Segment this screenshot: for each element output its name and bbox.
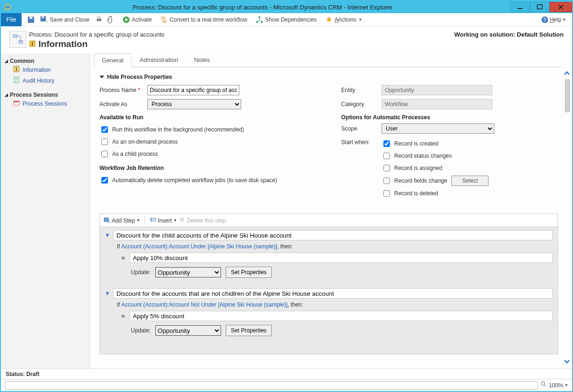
- chevron-down-icon: ◢: [5, 92, 8, 97]
- select-fields-button[interactable]: Select: [451, 176, 489, 186]
- chevron-down-icon: ▼: [358, 17, 362, 22]
- sidebar-group-sessions[interactable]: ◢Process Sessions: [5, 92, 86, 98]
- activate-as-select[interactable]: Process: [147, 99, 241, 109]
- scope-select[interactable]: User: [382, 123, 494, 134]
- help-icon: ?: [541, 16, 549, 23]
- step-title-input[interactable]: [113, 230, 553, 240]
- condition-link[interactable]: Account (Account):Account Under [Alpine …: [121, 243, 277, 250]
- sidebar-group-common[interactable]: ◢Common: [5, 58, 86, 64]
- sidebar-item-information[interactable]: Information: [5, 64, 86, 75]
- dependencies-button[interactable]: Show Dependencies: [256, 16, 317, 23]
- window-maximize-button[interactable]: [530, 2, 550, 12]
- file-menu[interactable]: File: [1, 13, 22, 26]
- scrollbar-handle[interactable]: [565, 79, 570, 112]
- chk-on-demand[interactable]: [101, 138, 108, 145]
- set-properties-button[interactable]: Set Properties: [226, 325, 272, 336]
- scope-label: Scope: [341, 125, 382, 132]
- svg-rect-27: [14, 101, 19, 102]
- history-icon: [13, 77, 20, 85]
- window-title: Process: Discount for a specific group o…: [15, 4, 510, 11]
- activate-button[interactable]: Activate: [122, 16, 152, 23]
- sidebar-item-audit[interactable]: Audit History: [5, 75, 86, 86]
- activate-label: Activate: [132, 16, 152, 23]
- chevron-down-icon: ▼: [562, 17, 566, 22]
- help-menu[interactable]: ?Help ▼: [541, 16, 566, 23]
- chevron-down-icon: ▼: [105, 232, 110, 238]
- bullet-icon: [122, 315, 125, 318]
- chk-status-changes[interactable]: [383, 153, 390, 159]
- chk-child-process[interactable]: [101, 151, 108, 157]
- chevron-down-icon: ◢: [5, 59, 8, 63]
- svg-rect-23: [16, 67, 17, 68]
- workflow-step: ▼If Account (Account):Account Under [Alp…: [100, 227, 558, 285]
- save-close-button[interactable]: Save and Close: [40, 16, 90, 23]
- tab-notes[interactable]: Notes: [186, 53, 218, 67]
- chk-background[interactable]: [101, 126, 108, 133]
- svg-rect-29: [108, 221, 110, 223]
- if-condition: If Account (Account):Account Under [Alpi…: [105, 240, 553, 252]
- attach-button[interactable]: [107, 16, 114, 23]
- insert-button[interactable]: Insert ▼: [150, 216, 177, 224]
- scroll-down-icon[interactable]: [563, 357, 571, 366]
- tab-strip: General Administration Notes: [94, 53, 561, 67]
- chk-record-assigned[interactable]: [383, 165, 390, 171]
- svg-rect-6: [42, 16, 44, 18]
- info-icon: [13, 66, 20, 74]
- convert-button[interactable]: Convert to a real-time workflow: [160, 16, 247, 23]
- step-title-input[interactable]: [113, 288, 553, 299]
- zoom-icon: [541, 381, 547, 389]
- sidebar-item-sessions[interactable]: Process Sessions: [5, 98, 86, 109]
- page-title: Information: [38, 39, 88, 49]
- actions-label: AActions: [335, 16, 356, 23]
- tab-administration[interactable]: Administration: [131, 53, 186, 67]
- svg-rect-24: [16, 69, 17, 71]
- add-step-button[interactable]: Add Step ▼: [104, 216, 140, 224]
- svg-rect-12: [259, 16, 260, 18]
- update-entity-select[interactable]: Opportunity: [155, 325, 221, 336]
- condition-link[interactable]: Account (Account):Account Not Under [Alp…: [121, 301, 287, 308]
- page-header: Process: Discount for a specific group o…: [1, 26, 572, 53]
- category-label: Category: [341, 101, 382, 108]
- set-properties-button[interactable]: Set Properties: [226, 267, 272, 278]
- help-label: Help: [550, 16, 561, 23]
- chk-record-created[interactable]: [383, 140, 390, 147]
- action-description-input[interactable]: [130, 253, 553, 263]
- ribbon: File Save and Close Activate Convert to …: [1, 13, 572, 26]
- page-supertitle: Process: Discount for a specific group o…: [29, 31, 164, 38]
- options-label: Options for Automatic Processes: [341, 114, 558, 121]
- save-button[interactable]: [27, 16, 35, 23]
- delete-icon: [179, 216, 185, 224]
- save-close-label: Save and Close: [50, 16, 90, 23]
- print-button[interactable]: [95, 16, 103, 23]
- scroll-up-icon[interactable]: [563, 69, 571, 77]
- update-entity-select[interactable]: Opportunity: [155, 267, 221, 277]
- hide-properties-toggle[interactable]: Hide Process Properties: [99, 74, 558, 80]
- chk-auto-delete[interactable]: [101, 177, 108, 184]
- chevron-down-icon: ▼: [565, 383, 568, 387]
- actions-icon: [325, 16, 333, 23]
- svg-rect-11: [164, 20, 166, 23]
- window-close-button[interactable]: [550, 2, 572, 12]
- insert-icon: [150, 216, 156, 224]
- svg-rect-21: [32, 43, 33, 46]
- chk-fields-change[interactable]: [383, 177, 390, 184]
- status-bar: Status: Draft: [1, 369, 572, 379]
- entity-field: Opportunity: [382, 85, 492, 95]
- info-small-icon: [29, 40, 36, 48]
- window-minimize-button[interactable]: [510, 2, 530, 12]
- actions-menu[interactable]: AActions ▼: [325, 16, 362, 23]
- action-description-input[interactable]: [130, 311, 553, 321]
- process-name-input[interactable]: [147, 85, 239, 95]
- dependencies-icon: [256, 16, 263, 23]
- svg-point-31: [541, 382, 545, 385]
- chevron-down-icon: ▼: [173, 218, 177, 223]
- chk-record-deleted[interactable]: [383, 190, 390, 197]
- retention-label: Workflow Job Retention: [99, 165, 327, 171]
- delete-step-button[interactable]: Delete this step.: [179, 216, 227, 224]
- status-text: Status: Draft: [6, 371, 39, 377]
- start-when-label: Start when:: [341, 138, 382, 200]
- sidebar: ◢Common Information Audit History ◢Proce…: [1, 53, 90, 369]
- svg-rect-1: [518, 8, 522, 9]
- zoom-control[interactable]: 100% ▼: [541, 381, 568, 389]
- tab-general[interactable]: General: [94, 54, 131, 67]
